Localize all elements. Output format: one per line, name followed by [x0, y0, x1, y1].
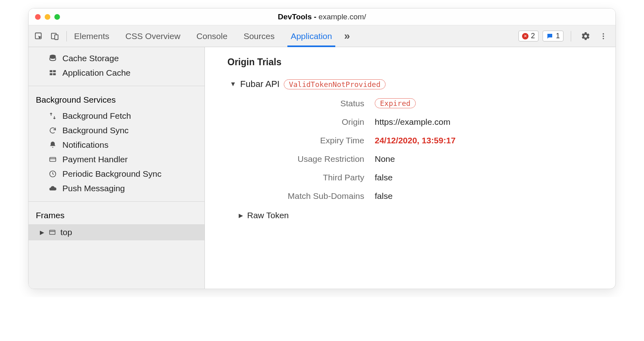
sidebar-item-label: Application Cache	[62, 68, 130, 78]
svg-rect-10	[53, 73, 56, 75]
settings-icon[interactable]	[578, 30, 593, 43]
window-minimize-button[interactable]	[45, 14, 50, 20]
sidebar-item-background-fetch[interactable]: Background Fetch	[29, 109, 204, 123]
main-panel: Origin Trials ▼ Fubar API ValidTokenNotP…	[205, 47, 615, 289]
bell-icon	[48, 141, 58, 149]
sidebar-item-payment-handler[interactable]: Payment Handler	[29, 152, 204, 167]
sidebar-item-background-sync[interactable]: Background Sync	[29, 123, 204, 138]
sidebar-item-label: Notifications	[62, 140, 108, 150]
titlebar: DevTools - example.com/	[29, 8, 615, 25]
sync-icon	[48, 126, 58, 134]
sidebar-item-label: Periodic Background Sync	[62, 169, 161, 179]
svg-rect-2	[55, 35, 58, 39]
raw-token-label: Raw Token	[247, 211, 289, 220]
message-icon	[546, 33, 553, 40]
kebab-menu-icon[interactable]	[597, 30, 610, 43]
grid-icon	[48, 69, 58, 77]
svg-point-5	[603, 38, 604, 39]
sidebar-item-notifications[interactable]: Notifications	[29, 138, 204, 152]
panel-tabs: Elements CSS Overview Console Sources Ap…	[74, 25, 332, 47]
window-title-host: example.com/	[318, 12, 366, 21]
field-value-usage: None	[375, 154, 599, 164]
field-value-status: Expired	[375, 98, 599, 108]
errors-count: 2	[531, 32, 535, 40]
svg-rect-7	[50, 70, 53, 72]
messages-counter[interactable]: 1	[543, 31, 564, 41]
window-title-app: DevTools -	[278, 12, 318, 21]
field-value-expiry: 24/12/2020, 13:59:17	[375, 136, 599, 145]
tab-console[interactable]: Console	[196, 25, 227, 47]
field-label-usage: Usage Restriction	[244, 154, 364, 164]
application-sidebar: Cache Storage Application Cache Backgrou…	[29, 47, 205, 289]
sidebar-item-label: Cache Storage	[62, 54, 119, 63]
sidebar-item-cache-storage[interactable]: Cache Storage	[29, 51, 204, 66]
trial-name: Fubar API	[240, 79, 280, 89]
section-title: Origin Trials	[227, 57, 599, 68]
database-icon	[48, 54, 58, 63]
chevron-right-icon: ▶	[239, 212, 243, 219]
sidebar-item-application-cache[interactable]: Application Cache	[29, 66, 204, 80]
sidebar-heading-frames: Frames	[29, 205, 204, 224]
field-label-origin: Origin	[244, 117, 364, 127]
window-title: DevTools - example.com/	[29, 12, 615, 21]
svg-rect-14	[50, 230, 55, 235]
card-icon	[48, 155, 58, 163]
clock-icon	[48, 170, 58, 178]
chevron-down-icon: ▼	[230, 81, 236, 88]
sidebar-item-periodic-sync[interactable]: Periodic Background Sync	[29, 167, 204, 181]
errors-counter[interactable]: 2	[518, 31, 539, 41]
traffic-lights	[35, 14, 60, 20]
svg-rect-9	[50, 73, 53, 75]
field-value-origin: https://example.com	[375, 117, 599, 127]
chevron-right-icon: ▶	[40, 229, 44, 236]
fetch-icon	[48, 112, 58, 120]
frames-item-label: top	[60, 227, 72, 237]
device-toggle-icon[interactable]	[50, 32, 59, 41]
sidebar-item-label: Payment Handler	[62, 155, 128, 164]
messages-count: 1	[556, 32, 560, 40]
window-maximize-button[interactable]	[54, 14, 60, 20]
svg-point-3	[603, 33, 604, 34]
svg-rect-8	[53, 70, 56, 72]
sidebar-heading-background-services: Background Services	[29, 89, 204, 109]
svg-point-4	[603, 35, 604, 37]
frame-icon	[48, 229, 56, 236]
toolbar-divider	[571, 31, 571, 41]
tab-elements[interactable]: Elements	[74, 25, 109, 47]
error-icon	[522, 33, 528, 39]
devtools-window: DevTools - example.com/ Elements CSS Ove…	[28, 8, 616, 289]
inspect-element-icon[interactable]	[34, 32, 43, 41]
window-close-button[interactable]	[35, 14, 41, 20]
tab-css-overview[interactable]: CSS Overview	[126, 25, 181, 47]
sidebar-item-label: Background Fetch	[62, 111, 131, 121]
tab-application[interactable]: Application	[291, 25, 332, 47]
field-value-match-subdomains: false	[375, 191, 599, 201]
status-pill: Expired	[375, 98, 416, 108]
cloud-icon	[48, 184, 58, 192]
sidebar-item-push-messaging[interactable]: Push Messaging	[29, 181, 204, 196]
token-status-pill: ValidTokenNotProvided	[284, 79, 386, 89]
tab-sources[interactable]: Sources	[244, 25, 275, 47]
field-label-status: Status	[244, 99, 364, 108]
trial-details: Status Expired Origin https://example.co…	[244, 98, 599, 201]
frames-item-top[interactable]: ▶ top	[29, 224, 204, 240]
toolbar-divider	[66, 31, 67, 41]
field-label-match-subdomains: Match Sub-Domains	[244, 191, 364, 201]
more-tabs-icon[interactable]: »	[344, 30, 350, 42]
field-label-third-party: Third Party	[244, 173, 364, 182]
svg-rect-0	[35, 33, 41, 39]
field-label-expiry: Expiry Time	[244, 136, 364, 145]
sidebar-item-label: Push Messaging	[62, 184, 125, 193]
devtools-toolbar: Elements CSS Overview Console Sources Ap…	[29, 25, 615, 47]
raw-token-row[interactable]: ▶ Raw Token	[239, 211, 599, 220]
content-area: Cache Storage Application Cache Backgrou…	[29, 47, 615, 289]
trial-row[interactable]: ▼ Fubar API ValidTokenNotProvided	[230, 79, 599, 89]
field-value-third-party: false	[375, 173, 599, 182]
svg-rect-11	[50, 157, 56, 161]
sidebar-item-label: Background Sync	[62, 126, 129, 135]
